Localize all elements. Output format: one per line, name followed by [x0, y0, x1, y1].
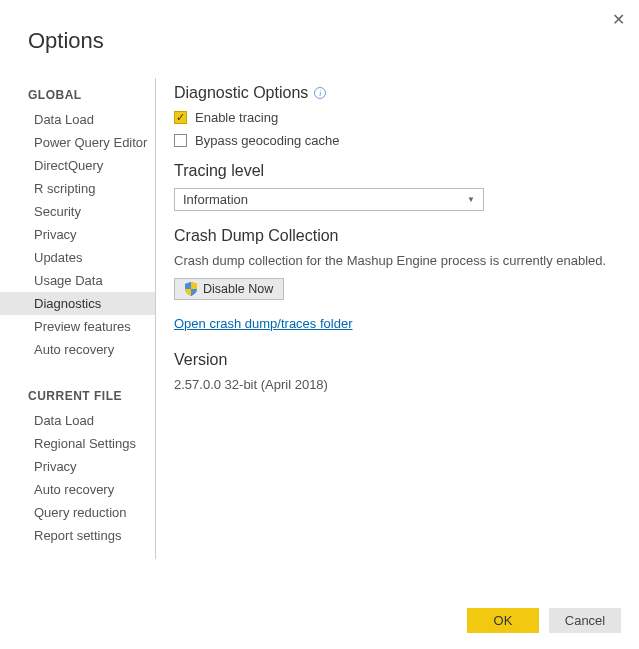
bypass-geocoding-checkbox[interactable] — [174, 134, 187, 147]
sidebar-section-global: GLOBAL — [0, 78, 155, 108]
version-value: 2.57.0.0 32-bit (April 2018) — [174, 377, 619, 392]
sidebar-item-security[interactable]: Security — [0, 200, 155, 223]
cancel-button[interactable]: Cancel — [549, 608, 621, 633]
sidebar-item-privacy[interactable]: Privacy — [0, 223, 155, 246]
crash-dump-description: Crash dump collection for the Mashup Eng… — [174, 253, 619, 268]
sidebar-item-auto-recovery[interactable]: Auto recovery — [0, 478, 155, 501]
open-crash-dump-folder-link[interactable]: Open crash dump/traces folder — [174, 316, 352, 331]
content-panel: Diagnostic Options i ✓ Enable tracing By… — [156, 78, 639, 559]
page-title: Options — [0, 0, 639, 78]
disable-now-button[interactable]: Disable Now — [174, 278, 284, 300]
chevron-down-icon: ▼ — [467, 195, 475, 204]
sidebar-item-report-settings[interactable]: Report settings — [0, 524, 155, 547]
sidebar-item-auto-recovery[interactable]: Auto recovery — [0, 338, 155, 361]
disable-now-label: Disable Now — [203, 282, 273, 296]
sidebar-item-regional-settings[interactable]: Regional Settings — [0, 432, 155, 455]
sidebar-item-query-reduction[interactable]: Query reduction — [0, 501, 155, 524]
shield-icon — [185, 282, 197, 296]
sidebar-item-r-scripting[interactable]: R scripting — [0, 177, 155, 200]
info-icon[interactable]: i — [314, 87, 326, 99]
tracing-level-heading: Tracing level — [174, 162, 264, 180]
sidebar-item-usage-data[interactable]: Usage Data — [0, 269, 155, 292]
sidebar-item-data-load[interactable]: Data Load — [0, 108, 155, 131]
sidebar-item-data-load[interactable]: Data Load — [0, 409, 155, 432]
sidebar-item-diagnostics[interactable]: Diagnostics — [0, 292, 155, 315]
version-heading: Version — [174, 351, 227, 369]
sidebar-item-privacy[interactable]: Privacy — [0, 455, 155, 478]
crash-dump-heading: Crash Dump Collection — [174, 227, 339, 245]
sidebar-section-current-file: CURRENT FILE — [0, 361, 155, 409]
sidebar: GLOBAL Data LoadPower Query EditorDirect… — [0, 78, 156, 559]
ok-button[interactable]: OK — [467, 608, 539, 633]
sidebar-item-directquery[interactable]: DirectQuery — [0, 154, 155, 177]
close-icon[interactable]: ✕ — [612, 12, 625, 28]
bypass-geocoding-label: Bypass geocoding cache — [195, 133, 340, 148]
sidebar-item-power-query-editor[interactable]: Power Query Editor — [0, 131, 155, 154]
enable-tracing-label: Enable tracing — [195, 110, 278, 125]
enable-tracing-checkbox[interactable]: ✓ — [174, 111, 187, 124]
sidebar-item-updates[interactable]: Updates — [0, 246, 155, 269]
sidebar-item-preview-features[interactable]: Preview features — [0, 315, 155, 338]
tracing-level-value: Information — [183, 192, 248, 207]
diagnostic-options-heading: Diagnostic Options — [174, 84, 308, 102]
tracing-level-select[interactable]: Information ▼ — [174, 188, 484, 211]
